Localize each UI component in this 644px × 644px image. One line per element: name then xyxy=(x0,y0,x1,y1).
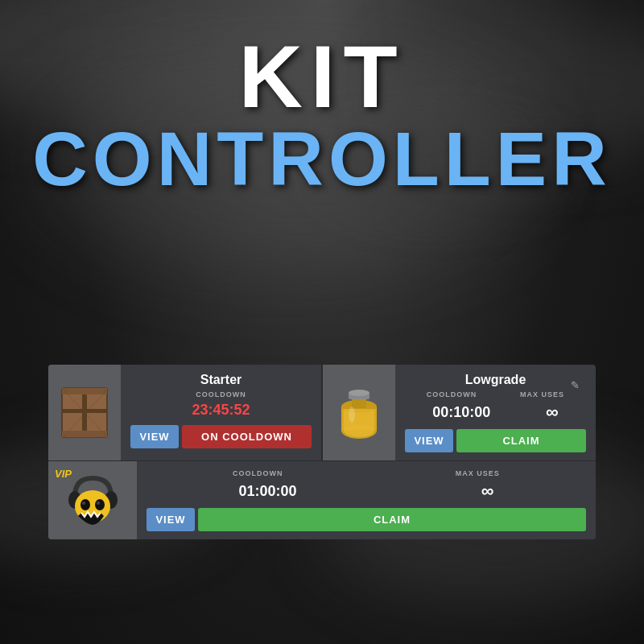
vip-maxuses-label: MAX USES xyxy=(456,469,500,477)
vip-view-button[interactable]: VIEW xyxy=(147,508,195,531)
lowgrade-labels-row: COOLDOWN MAX USES xyxy=(405,390,586,398)
svg-point-19 xyxy=(80,499,90,510)
starter-btn-row: VIEW ON COOLDOWN xyxy=(130,425,312,448)
lowgrade-maxuses-label: MAX USES xyxy=(520,390,564,398)
edit-icon[interactable]: ✎ xyxy=(571,379,580,391)
vip-claim-button[interactable]: CLAIM xyxy=(198,508,586,531)
kit-panel: Starter COOLDOWN 23:45:52 VIEW ON COOLDO… xyxy=(48,365,596,539)
lowgrade-kit-name: Lowgrade xyxy=(465,373,526,387)
title-kit: KIT xyxy=(0,32,644,121)
starter-view-button[interactable]: VIEW xyxy=(130,425,179,448)
crate-icon xyxy=(60,386,109,439)
starter-kit-info: Starter COOLDOWN 23:45:52 VIEW ON COOLDO… xyxy=(121,365,321,460)
starter-cooldown-label: COOLDOWN xyxy=(130,390,312,398)
kit-card-starter: Starter COOLDOWN 23:45:52 VIEW ON COOLDO… xyxy=(48,365,322,460)
skull-mask-icon xyxy=(67,474,119,526)
kit-row-vip: VIP xyxy=(48,461,596,539)
lowgrade-values-row: 00:10:00 ∞ xyxy=(405,402,586,423)
kit-card-lowgrade: Lowgrade ✎ COOLDOWN MAX USES 00:10:00 ∞ … xyxy=(323,365,596,460)
lowgrade-maxuses-value: ∞ xyxy=(546,402,559,423)
bottle-icon xyxy=(337,386,382,439)
title-controller: CONTROLLER xyxy=(0,121,644,197)
kits-row-top: Starter COOLDOWN 23:45:52 VIEW ON COOLDO… xyxy=(48,365,596,461)
lowgrade-claim-button[interactable]: CLAIM xyxy=(456,429,586,452)
lowgrade-view-button[interactable]: VIEW xyxy=(405,429,453,452)
vip-cooldown-value: 01:00:00 xyxy=(239,483,297,500)
svg-point-20 xyxy=(95,499,105,510)
vip-labels-row: COOLDOWN MAX USES xyxy=(147,469,586,477)
vip-kit-image: VIP xyxy=(48,461,137,539)
svg-rect-3 xyxy=(62,388,107,394)
lowgrade-btn-row: VIEW CLAIM xyxy=(405,429,586,452)
vip-btn-row: VIEW CLAIM xyxy=(147,508,586,531)
lowgrade-cooldown-value: 00:10:00 xyxy=(432,404,490,421)
vip-cooldown-label: COOLDOWN xyxy=(233,469,283,477)
vip-kit-info: COOLDOWN MAX USES 01:00:00 ∞ VIEW CLAIM xyxy=(137,461,596,539)
lowgrade-cooldown-label: COOLDOWN xyxy=(427,390,477,398)
starter-kit-image xyxy=(48,365,121,460)
starter-cooldown-value: 23:45:52 xyxy=(130,402,312,419)
svg-point-21 xyxy=(82,502,85,505)
svg-rect-11 xyxy=(344,409,374,430)
lowgrade-kit-info: Lowgrade ✎ COOLDOWN MAX USES 00:10:00 ∞ … xyxy=(395,365,596,460)
svg-point-15 xyxy=(349,407,355,423)
svg-point-14 xyxy=(349,390,369,396)
starter-kit-name: Starter xyxy=(130,373,312,387)
svg-point-22 xyxy=(97,502,100,505)
vip-maxuses-value: ∞ xyxy=(481,481,494,502)
title-area: KIT CONTROLLER xyxy=(0,32,644,197)
lowgrade-kit-image xyxy=(323,365,395,460)
vip-values-row: 01:00:00 ∞ xyxy=(147,481,586,502)
starter-cooldown-button[interactable]: ON COOLDOWN xyxy=(182,425,312,448)
